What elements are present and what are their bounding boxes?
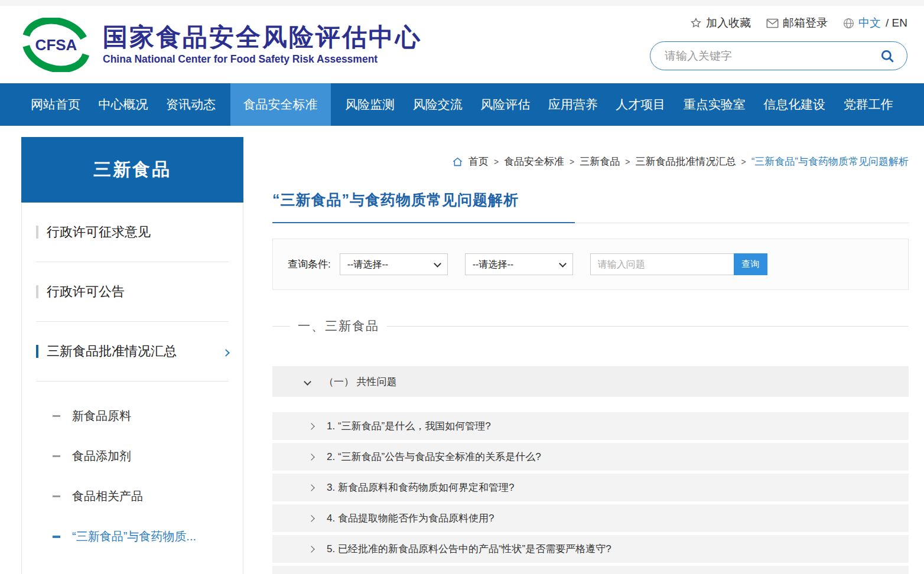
chevron-down-icon: [304, 378, 311, 386]
faq-question: 1. “三新食品”是什么，我国如何管理?: [327, 419, 491, 433]
nav-item-risk-assessment[interactable]: 风险评估: [477, 83, 533, 126]
add-favorite-link[interactable]: 加入收藏: [690, 15, 751, 31]
chevron-right-icon: [308, 515, 314, 521]
chevron-right-icon: [308, 454, 314, 460]
lang-chinese[interactable]: 中文: [858, 15, 881, 31]
sidebar-panel: 行政许可征求意见 行政许可公告 三新食品批准情况汇总 新食品原料 食品添加剂: [21, 203, 243, 574]
faq-row-6[interactable]: 6. 新食品原料能否用于特殊膳食用食品（包括运动营养食品）？: [272, 566, 909, 574]
breadcrumb-home[interactable]: 首页: [468, 155, 489, 168]
header-right: 加入收藏 邮箱登录 中: [650, 19, 907, 70]
sidebar-subitem-food-related-products[interactable]: 食品相关产品: [22, 488, 243, 504]
nav-item-food-safety-standards[interactable]: 食品安全标准: [230, 83, 331, 126]
mail-login-link[interactable]: 邮箱登录: [766, 15, 828, 31]
logo-text: CFSA: [35, 36, 77, 54]
sidebar-item-label: 行政许可公告: [47, 283, 125, 301]
nav-item-risk-monitoring[interactable]: 风险监测: [341, 83, 398, 126]
site-search-input[interactable]: [665, 50, 880, 63]
sidebar-subitem-label: “三新食品”与食药物质...: [72, 529, 196, 544]
title-underline: [272, 222, 909, 223]
star-icon: [690, 17, 702, 29]
faq-question: 3. 新食品原料和食药物质如何界定和管理?: [327, 481, 514, 494]
breadcrumb-food-safety-standards[interactable]: 食品安全标准: [504, 155, 564, 168]
nav-item-informatization[interactable]: 信息化建设: [760, 83, 829, 126]
search-icon[interactable]: [880, 48, 895, 64]
sidebar: 三新食品 行政许可征求意见 行政许可公告 三新食品批准情况汇总 新食品原料: [21, 137, 243, 574]
nav-item-about[interactable]: 中心概况: [95, 83, 152, 126]
sidebar-item-approval-summary[interactable]: 三新食品批准情况汇总: [36, 322, 229, 381]
query-form: 查询条件: --请选择-- --请选择-- 查询: [272, 239, 909, 290]
query-select-2-wrap: --请选择--: [465, 253, 573, 275]
sidebar-subitem-label: 食品添加剂: [72, 448, 131, 464]
nav-item-risk-communication[interactable]: 风险交流: [409, 83, 466, 126]
sidebar-subitem-label: 食品相关产品: [72, 488, 143, 504]
query-label: 查询条件:: [288, 257, 331, 271]
main-area: 首页 > 食品安全标准 > 三新食品 > 三新食品批准情况汇总 > “三新食品”…: [272, 137, 909, 574]
site-title: 国家食品安全风险评估中心: [103, 24, 422, 51]
site-header: CFSA 国家食品安全风险评估中心 China National Center …: [0, 6, 924, 83]
sidebar-subitem-faq[interactable]: “三新食品”与食药物质...: [22, 529, 243, 544]
chevron-right-icon: [308, 484, 314, 491]
cfsa-logo-icon: CFSA: [20, 18, 92, 72]
faq-row-3[interactable]: 3. 新食品原料和食药物质如何界定和管理?: [272, 474, 909, 501]
faq-group-title: （一） 共性问题: [324, 375, 397, 389]
nav-item-applied-nutrition[interactable]: 应用营养: [545, 83, 601, 126]
faq-row-2[interactable]: 2. “三新食品”公告与食品安全标准的关系是什么?: [272, 443, 909, 471]
breadcrumb-approval-summary[interactable]: 三新食品批准情况汇总: [635, 155, 736, 168]
mail-login-label: 邮箱登录: [783, 15, 828, 31]
sidebar-item-license-announcements[interactable]: 行政许可公告: [36, 262, 229, 322]
sidebar-item-license-comments[interactable]: 行政许可征求意见: [36, 203, 229, 262]
breadcrumb-current-page: “三新食品”与食药物质常见问题解析: [751, 155, 909, 168]
site-subtitle: China National Center for Food Safety Ri…: [103, 53, 422, 66]
sidebar-title: 三新食品: [21, 137, 243, 203]
query-select-2[interactable]: --请选择--: [465, 253, 573, 275]
question-search-input[interactable]: [590, 253, 734, 275]
page-title: “三新食品”与食药物质常见问题解析: [272, 190, 909, 210]
query-select-1[interactable]: --请选择--: [340, 253, 448, 275]
faq-row-4[interactable]: 4. 食品提取物能否作为食品原料使用?: [272, 504, 909, 532]
nav-item-news[interactable]: 资讯动态: [162, 83, 219, 126]
breadcrumb-separator: >: [570, 157, 574, 167]
section-divider: 一、三新食品: [272, 318, 909, 334]
sidebar-sublist: 新食品原料 食品添加剂 食品相关产品 “三新食品”与食药物质...: [22, 381, 243, 544]
faq-row-5[interactable]: 5. 已经批准的新食品原料公告中的产品“性状”是否需要严格遵守?: [272, 535, 909, 563]
main-nav: 网站首页 中心概况 资讯动态 食品安全标准 风险监测 风险交流 风险评估 应用营…: [0, 83, 924, 126]
language-switch[interactable]: 中文: [843, 15, 881, 31]
lang-english[interactable]: / EN: [886, 17, 907, 30]
faq-list: 1. “三新食品”是什么，我国如何管理? 2. “三新食品”公告与食品安全标准的…: [272, 412, 909, 574]
faq-question: 5. 已经批准的新食品原料公告中的产品“性状”是否需要严格遵守?: [327, 542, 611, 556]
nav-item-key-laboratory[interactable]: 重点实验室: [680, 83, 749, 126]
nav-item-talent-program[interactable]: 人才项目: [612, 83, 669, 126]
envelope-icon: [766, 18, 779, 28]
dash-icon: [53, 455, 60, 457]
sidebar-item-label: 行政许可征求意见: [47, 223, 151, 241]
site-search: [650, 41, 907, 70]
query-select-1-wrap: --请选择--: [340, 253, 448, 275]
top-links: 加入收藏 邮箱登录 中: [690, 15, 907, 31]
home-icon[interactable]: [452, 156, 463, 167]
dash-icon: [53, 536, 60, 538]
query-submit-button[interactable]: 查询: [734, 253, 767, 275]
sidebar-subitem-new-food-ingredients[interactable]: 新食品原料: [22, 408, 243, 424]
dash-icon: [53, 415, 60, 417]
item-marker: [36, 285, 38, 298]
content: 三新食品 行政许可征求意见 行政许可公告 三新食品批准情况汇总 新食品原料: [0, 126, 924, 574]
faq-group-header[interactable]: （一） 共性问题: [272, 366, 909, 397]
breadcrumb-separator: >: [494, 157, 499, 167]
faq-row-1[interactable]: 1. “三新食品”是什么，我国如何管理?: [272, 412, 909, 440]
nav-item-home[interactable]: 网站首页: [27, 83, 84, 126]
top-strip: [0, 0, 924, 6]
breadcrumb-three-new-foods[interactable]: 三新食品: [580, 155, 620, 168]
faq-question: 4. 食品提取物能否作为食品原料使用?: [327, 511, 494, 525]
brand[interactable]: CFSA 国家食品安全风险评估中心 China National Center …: [20, 18, 422, 72]
sidebar-subitem-food-additives[interactable]: 食品添加剂: [22, 448, 243, 464]
chevron-right-icon: [308, 546, 314, 552]
breadcrumb: 首页 > 食品安全标准 > 三新食品 > 三新食品批准情况汇总 > “三新食品”…: [272, 155, 909, 168]
item-marker: [36, 226, 38, 239]
faq-question: 2. “三新食品”公告与食品安全标准的关系是什么?: [327, 450, 541, 464]
sidebar-subitem-label: 新食品原料: [72, 408, 131, 424]
chevron-right-icon: [308, 423, 314, 429]
brand-text: 国家食品安全风险评估中心 China National Center for F…: [103, 24, 422, 66]
section-title: 一、三新食品: [290, 318, 387, 334]
item-marker: [36, 345, 38, 358]
nav-item-party-work[interactable]: 党群工作: [840, 83, 897, 126]
